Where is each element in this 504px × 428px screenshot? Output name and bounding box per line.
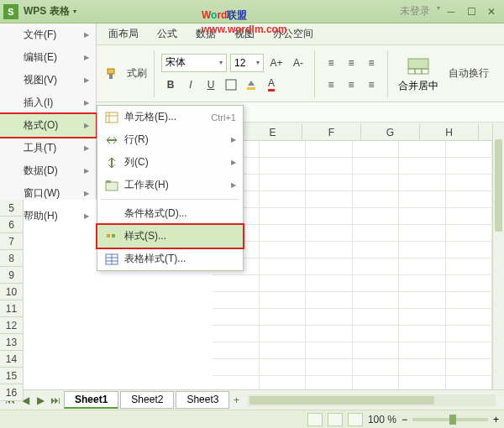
align-right-button[interactable]: ≡ — [362, 76, 381, 94]
menu-item-2[interactable]: 视图(V)▶ — [0, 69, 96, 91]
cell[interactable] — [260, 342, 306, 359]
menu-item-5[interactable]: 工具(T)▶ — [0, 137, 96, 159]
horizontal-scrollbar[interactable] — [248, 394, 496, 406]
view-page-button[interactable] — [328, 413, 343, 426]
row-header[interactable]: 14 — [0, 351, 24, 368]
cell[interactable] — [446, 309, 492, 326]
cell[interactable] — [446, 191, 492, 208]
cell[interactable] — [213, 359, 259, 376]
zoom-out-button[interactable]: − — [402, 414, 407, 425]
cell[interactable] — [446, 158, 492, 175]
cell[interactable] — [399, 326, 445, 342]
cell[interactable] — [306, 158, 352, 175]
cell[interactable] — [353, 258, 399, 275]
increase-font-button[interactable]: A+ — [267, 54, 286, 72]
cell[interactable] — [399, 309, 445, 326]
cell[interactable] — [306, 292, 352, 309]
cell[interactable] — [399, 258, 445, 275]
cell[interactable] — [306, 258, 352, 275]
zoom-value[interactable]: 100 % — [368, 414, 396, 425]
cell[interactable] — [306, 275, 352, 292]
cell[interactable] — [399, 208, 445, 225]
cell[interactable] — [353, 309, 399, 326]
sheet-nav-last[interactable]: ⏭ — [49, 394, 62, 407]
submenu-item-7[interactable]: 表格样式(T)... — [97, 248, 243, 270]
login-dropdown-icon[interactable]: ▾ — [437, 4, 440, 19]
cell[interactable] — [260, 309, 306, 326]
cell[interactable] — [213, 309, 259, 326]
cell[interactable] — [399, 191, 445, 208]
submenu-item-2[interactable]: 列(C)▶ — [97, 151, 243, 174]
border-button[interactable] — [222, 76, 240, 94]
align-center-button[interactable]: ≡ — [342, 76, 360, 94]
cell[interactable] — [260, 191, 306, 208]
cell[interactable] — [353, 342, 399, 359]
cell[interactable] — [306, 242, 352, 258]
font-color-button[interactable]: A — [262, 76, 281, 94]
column-header[interactable]: E — [244, 124, 302, 140]
menu-item-1[interactable]: 编辑(E)▶ — [0, 46, 96, 69]
menu-item-4[interactable]: 格式(O)▶ — [0, 114, 96, 137]
submenu-item-3[interactable]: 工作表(H)▶ — [97, 174, 243, 196]
cell[interactable] — [446, 175, 492, 191]
column-header[interactable]: H — [420, 124, 479, 140]
cell[interactable] — [260, 258, 306, 275]
menu-item-3[interactable]: 插入(I)▶ — [0, 91, 96, 114]
row-header[interactable]: 6 — [0, 217, 24, 233]
zoom-slider[interactable] — [412, 418, 488, 421]
cell[interactable] — [260, 208, 306, 225]
submenu-item-0[interactable]: 单元格(E)...Ctrl+1 — [97, 106, 243, 128]
cell[interactable] — [353, 225, 399, 242]
column-header[interactable]: F — [302, 124, 361, 140]
cell[interactable] — [399, 242, 445, 258]
cell[interactable] — [399, 342, 445, 359]
cell[interactable] — [353, 158, 399, 175]
close-button[interactable]: ✕ — [482, 4, 501, 19]
cell[interactable] — [446, 141, 492, 158]
cell[interactable] — [446, 326, 492, 342]
sheet-tab[interactable]: Sheet3 — [176, 391, 229, 409]
align-middle-button[interactable]: ≡ — [342, 54, 360, 72]
font-family-select[interactable]: 宋体▾ — [161, 54, 227, 72]
row-header[interactable]: 5 — [0, 200, 24, 217]
cell[interactable] — [306, 225, 352, 242]
cell[interactable] — [213, 292, 259, 309]
minimize-button[interactable]: ─ — [442, 4, 460, 19]
cell[interactable] — [260, 141, 306, 158]
menu-item-0[interactable]: 文件(F)▶ — [0, 23, 96, 46]
cell[interactable] — [353, 175, 399, 191]
cell[interactable] — [260, 242, 306, 258]
ribbon-tab-1[interactable]: 公式 — [152, 23, 182, 44]
cell[interactable] — [399, 158, 445, 175]
cell[interactable] — [446, 225, 492, 242]
sheet-tab[interactable]: Sheet2 — [120, 391, 174, 409]
cell[interactable] — [353, 191, 399, 208]
cell[interactable] — [399, 359, 445, 376]
cell[interactable] — [353, 292, 399, 309]
cell[interactable] — [306, 141, 352, 158]
cell[interactable] — [399, 292, 445, 309]
cell[interactable] — [306, 208, 352, 225]
cell[interactable] — [446, 258, 492, 275]
cell[interactable] — [446, 242, 492, 258]
row-header[interactable]: 10 — [0, 284, 24, 300]
underline-button[interactable]: U — [202, 76, 220, 94]
maximize-button[interactable]: ☐ — [462, 4, 480, 19]
ribbon-tab-0[interactable]: 面布局 — [103, 23, 144, 44]
cell[interactable] — [306, 342, 352, 359]
italic-button[interactable]: I — [181, 76, 200, 94]
bold-button[interactable]: B — [161, 76, 180, 94]
cell[interactable] — [260, 359, 306, 376]
cell[interactable] — [446, 208, 492, 225]
column-header[interactable]: G — [361, 124, 420, 140]
merge-center-button[interactable]: 合并居中 — [395, 52, 442, 95]
cell[interactable] — [260, 175, 306, 191]
cell[interactable] — [260, 292, 306, 309]
cell[interactable] — [446, 376, 492, 389]
cell[interactable] — [213, 376, 259, 389]
submenu-item-5[interactable]: 条件格式(D)... — [97, 202, 243, 225]
cell[interactable] — [260, 225, 306, 242]
format-painter-button[interactable] — [102, 65, 120, 83]
menu-item-6[interactable]: 数据(D)▶ — [0, 159, 96, 182]
cell[interactable] — [446, 342, 492, 359]
